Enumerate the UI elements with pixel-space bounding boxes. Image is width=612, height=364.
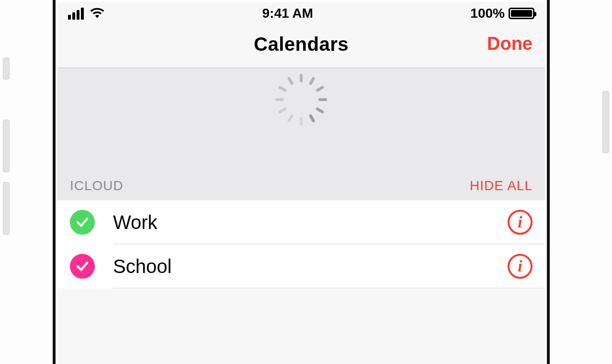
calendar-row-school[interactable]: School i — [57, 244, 545, 288]
checkmark-icon[interactable] — [70, 210, 95, 235]
screen: 9:41 AM 100% Calendars Done — [57, 2, 545, 364]
checkmark-icon[interactable] — [70, 254, 95, 279]
status-right: 100% — [470, 6, 534, 21]
device-frame: 9:41 AM 100% Calendars Done — [53, 0, 550, 364]
battery-percent: 100% — [470, 6, 505, 21]
page-title: Calendars — [254, 34, 349, 55]
row-separator — [113, 288, 545, 288]
bezel-left — [0, 0, 53, 364]
volume-down-button — [3, 182, 10, 235]
info-button[interactable]: i — [508, 210, 533, 235]
nav-bar: Calendars Done — [57, 23, 545, 68]
status-time: 9:41 AM — [262, 6, 313, 21]
calendar-list: Work i School i — [57, 200, 545, 288]
calendar-row-work[interactable]: Work i — [57, 200, 545, 244]
hide-all-button[interactable]: HIDE ALL — [470, 178, 533, 193]
volume-up-button — [3, 120, 10, 172]
section-label: ICLOUD — [70, 178, 124, 193]
info-icon: i — [518, 213, 522, 231]
done-button[interactable]: Done — [487, 34, 533, 54]
status-left — [68, 6, 105, 21]
spinner-icon — [285, 94, 317, 127]
device-outer: 9:41 AM 100% Calendars Done — [0, 0, 612, 364]
section-header: ICLOUD HIDE ALL — [57, 178, 545, 200]
info-icon: i — [518, 257, 522, 275]
bezel-right — [550, 0, 612, 364]
calendar-label: School — [113, 256, 508, 277]
cellular-signal-icon — [68, 8, 84, 20]
mute-switch — [3, 57, 10, 80]
info-button[interactable]: i — [508, 254, 533, 279]
calendar-label: Work — [113, 212, 508, 233]
status-bar: 9:41 AM 100% — [57, 2, 545, 23]
wifi-icon — [90, 6, 105, 21]
power-button — [602, 91, 609, 153]
battery-icon — [509, 8, 534, 19]
